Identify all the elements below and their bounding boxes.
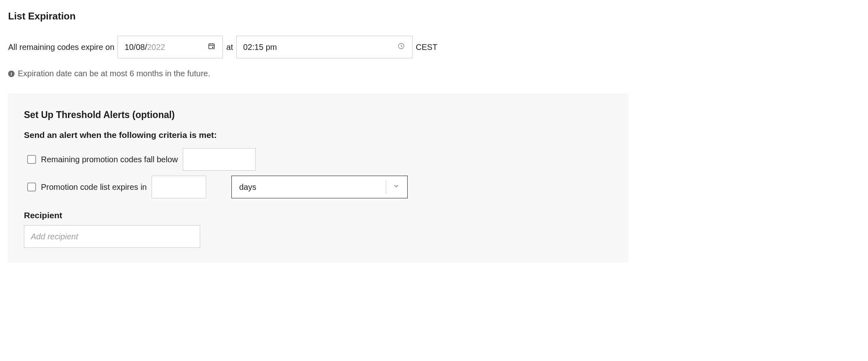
checkbox-row-remaining-codes: Remaining promotion codes fall below xyxy=(27,148,612,171)
page-title: List Expiration xyxy=(8,11,860,22)
time-unit-select[interactable]: days xyxy=(231,176,408,198)
date-month-day: 10/08/ xyxy=(124,43,147,52)
threshold-subheading: Send an alert when the following criteri… xyxy=(24,130,612,140)
expiration-row: All remaining codes expire on 10/08/2022… xyxy=(8,36,860,58)
info-icon: i xyxy=(8,71,15,77)
helper-text: Expiration date can be at most 6 months … xyxy=(18,69,210,78)
timezone-label: CEST xyxy=(416,43,437,52)
calendar-icon xyxy=(208,43,215,52)
checkbox-expires-in[interactable] xyxy=(27,183,36,191)
checkbox-remaining-codes[interactable] xyxy=(27,155,36,164)
select-divider xyxy=(386,180,386,194)
expire-prefix-label: All remaining codes expire on xyxy=(8,43,114,52)
checkbox-expires-in-label: Promotion code list expires in xyxy=(41,183,147,192)
expiration-date-input[interactable]: 10/08/2022 xyxy=(118,36,223,58)
threshold-alerts-panel: Set Up Threshold Alerts (optional) Send … xyxy=(8,94,628,262)
time-unit-select-value: days xyxy=(239,183,256,192)
checkbox-remaining-codes-label: Remaining promotion codes fall below xyxy=(41,155,178,164)
date-year: 2022 xyxy=(147,43,165,52)
svg-rect-0 xyxy=(209,44,215,49)
recipient-input[interactable] xyxy=(24,225,200,248)
expiration-time-input[interactable]: 02:15 pm xyxy=(236,36,413,58)
remaining-codes-threshold-input[interactable] xyxy=(183,148,256,171)
recipient-label: Recipient xyxy=(24,211,612,220)
at-label: at xyxy=(226,43,233,52)
date-value: 10/08/2022 xyxy=(124,43,165,52)
chevron-down-icon xyxy=(393,183,400,192)
expires-in-value-input[interactable] xyxy=(152,176,206,198)
time-value: 02:15 pm xyxy=(243,43,277,52)
helper-row: i Expiration date can be at most 6 month… xyxy=(8,69,860,78)
clock-icon xyxy=(398,43,405,52)
checkbox-row-expires-in: Promotion code list expires in days xyxy=(27,176,612,198)
svg-rect-4 xyxy=(212,47,214,48)
threshold-title: Set Up Threshold Alerts (optional) xyxy=(24,110,612,120)
